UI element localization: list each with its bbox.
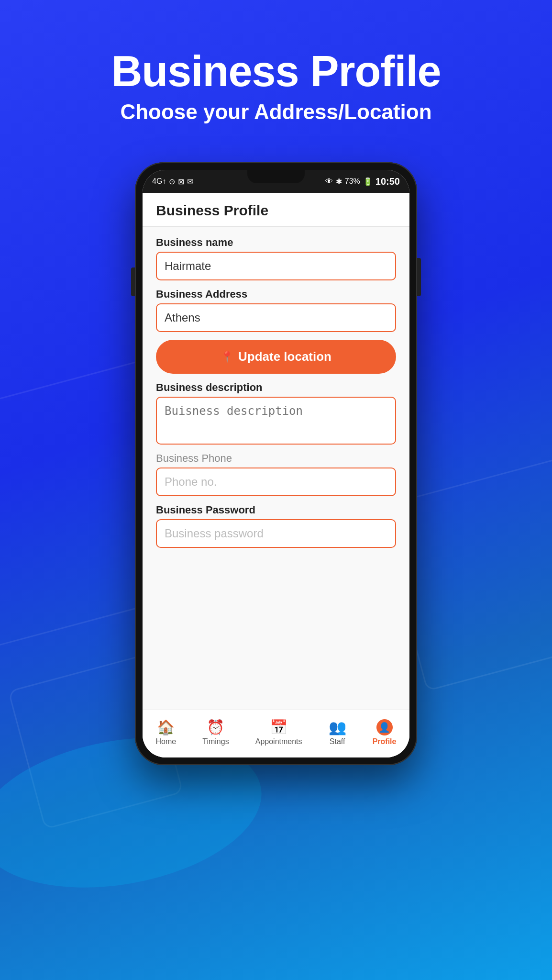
business-name-group: Business name (156, 236, 396, 280)
business-address-input[interactable] (156, 303, 396, 332)
timings-label: Timings (202, 737, 229, 746)
business-description-input[interactable] (156, 397, 396, 445)
status-left: 4G↑ ⊙ ⊠ ✉ (152, 177, 193, 186)
nav-staff[interactable]: 👥 Staff (329, 719, 346, 746)
business-phone-input[interactable] (156, 468, 396, 496)
nav-home[interactable]: 🏠 Home (156, 719, 177, 746)
appointments-icon: 📅 (270, 719, 287, 735)
header-section: Business Profile Choose your Address/Loc… (111, 48, 441, 124)
appointments-label: Appointments (255, 737, 302, 746)
business-name-input[interactable] (156, 252, 396, 280)
nav-appointments[interactable]: 📅 Appointments (255, 719, 302, 746)
battery-percent: 73% (345, 177, 360, 186)
home-icon: 🏠 (157, 719, 175, 735)
business-description-label: Business description (156, 381, 396, 394)
update-location-label: Update location (238, 349, 331, 364)
battery-icon: 🔋 (363, 177, 373, 186)
update-location-button[interactable]: 📍 Update location (156, 340, 396, 374)
phone-outer: 4G↑ ⊙ ⊠ ✉ 👁 ✱ 73% 🔋 10:50 Business Profi (135, 162, 417, 765)
location-icon: 📍 (221, 351, 233, 363)
phone-mockup: 4G↑ ⊙ ⊠ ✉ 👁 ✱ 73% 🔋 10:50 Business Profi (135, 162, 417, 765)
business-description-group: Business description (156, 381, 396, 445)
main-title: Business Profile (111, 48, 441, 95)
business-phone-group: Business Phone (156, 452, 396, 496)
bottom-nav: 🏠 Home ⏰ Timings 📅 Appointments 👥 Staff (143, 710, 409, 757)
app-header-title: Business Profile (156, 202, 268, 218)
app-header: Business Profile (143, 193, 409, 227)
wifi-icon: ⊙ (169, 177, 175, 186)
form-area: Business name Business Address 📍 Update … (143, 227, 409, 710)
timings-icon: ⏰ (207, 719, 224, 735)
sim-icon: ⊠ (178, 177, 184, 186)
mail-icon: ✉ (187, 177, 193, 186)
nav-timings[interactable]: ⏰ Timings (202, 719, 229, 746)
nav-profile[interactable]: 👤 Profile (373, 719, 397, 746)
business-address-group: Business Address (156, 288, 396, 332)
business-phone-label: Business Phone (156, 452, 396, 465)
business-password-input[interactable] (156, 519, 396, 548)
phone-notch (247, 170, 305, 183)
signal-icon: 4G↑ (152, 177, 166, 186)
staff-label: Staff (330, 737, 345, 746)
staff-icon: 👥 (329, 719, 346, 735)
status-right: 👁 ✱ 73% 🔋 10:50 (325, 176, 400, 187)
eye-icon: 👁 (325, 177, 333, 186)
business-address-label: Business Address (156, 288, 396, 301)
business-password-label: Business Password (156, 504, 396, 516)
sub-title: Choose your Address/Location (111, 100, 441, 124)
phone-inner: 4G↑ ⊙ ⊠ ✉ 👁 ✱ 73% 🔋 10:50 Business Profi (143, 170, 409, 757)
status-time: 10:50 (375, 176, 400, 187)
business-name-label: Business name (156, 236, 396, 249)
bluetooth-icon: ✱ (336, 177, 342, 186)
profile-icon: 👤 (376, 719, 393, 735)
home-label: Home (156, 737, 177, 746)
profile-label: Profile (373, 737, 397, 746)
app-content: Business Profile Business name Business … (143, 193, 409, 757)
business-password-group: Business Password (156, 504, 396, 548)
